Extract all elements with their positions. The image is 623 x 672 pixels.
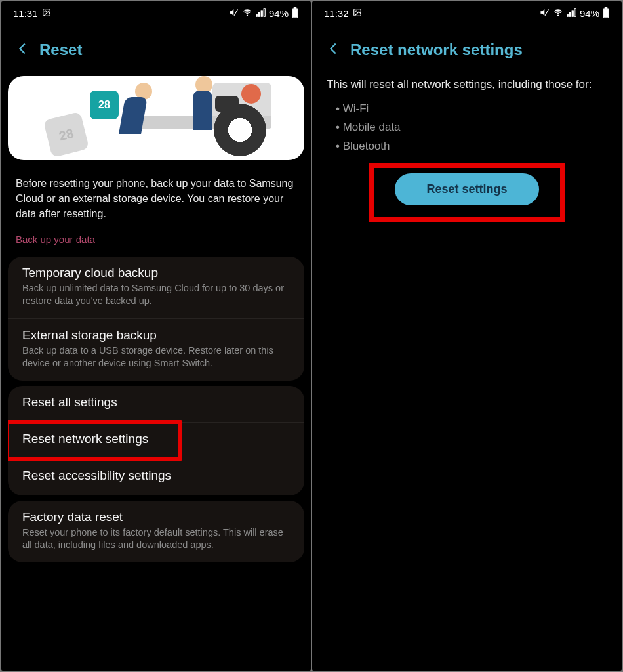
mute-icon bbox=[539, 8, 550, 19]
svg-rect-10 bbox=[292, 9, 297, 17]
svg-rect-21 bbox=[603, 9, 608, 17]
svg-rect-17 bbox=[572, 10, 573, 16]
bullet-wifi: Wi-Fi bbox=[336, 100, 607, 119]
bullet-bluetooth: Bluetooth bbox=[336, 137, 607, 156]
signal-icon bbox=[567, 8, 577, 19]
svg-rect-6 bbox=[261, 10, 262, 16]
external-backup-item[interactable]: External storage backup Back up data to … bbox=[8, 318, 304, 381]
screenshot-icon bbox=[353, 8, 362, 19]
back-icon[interactable] bbox=[16, 41, 30, 58]
phone-right: 11:32 94% Reset network settings This wi… bbox=[312, 1, 622, 671]
item-title: Factory data reset bbox=[22, 510, 290, 524]
svg-rect-5 bbox=[258, 12, 260, 16]
item-title: Reset all settings bbox=[22, 395, 290, 410]
status-time: 11:31 bbox=[13, 8, 38, 19]
page-title: Reset bbox=[39, 41, 82, 59]
wifi-icon bbox=[241, 8, 253, 19]
svg-rect-16 bbox=[569, 12, 571, 16]
battery-icon bbox=[602, 7, 610, 20]
app-bar: Reset network settings bbox=[312, 25, 622, 76]
battery-icon bbox=[291, 7, 299, 20]
bullet-mobile-data: Mobile data bbox=[336, 118, 607, 137]
battery-percent: 94% bbox=[580, 8, 599, 19]
app-bar: Reset bbox=[1, 25, 311, 76]
svg-line-13 bbox=[545, 9, 548, 15]
item-subtitle: Back up unlimited data to Samsung Cloud … bbox=[22, 282, 290, 308]
status-bar: 11:31 94% bbox=[1, 1, 311, 25]
screenshot-icon bbox=[42, 8, 51, 19]
reset-all-settings-item[interactable]: Reset all settings bbox=[8, 386, 304, 422]
description-text: This will reset all network settings, in… bbox=[312, 76, 622, 97]
item-title: Reset network settings bbox=[22, 432, 290, 446]
reset-network-settings-item[interactable]: Reset network settings bbox=[8, 422, 304, 459]
battery-percent: 94% bbox=[269, 8, 289, 19]
reset-accessibility-settings-item[interactable]: Reset accessibility settings bbox=[8, 459, 304, 495]
hero-illustration: 28 28 bbox=[8, 76, 304, 160]
svg-point-14 bbox=[557, 15, 558, 16]
item-title: External storage backup bbox=[22, 328, 290, 343]
item-title: Reset accessibility settings bbox=[22, 469, 290, 483]
intro-text: Before resetting your phone, back up you… bbox=[1, 160, 311, 228]
signal-icon bbox=[256, 8, 266, 19]
svg-rect-18 bbox=[574, 8, 576, 16]
section-label: Back up your data bbox=[1, 228, 311, 251]
mute-icon bbox=[228, 8, 239, 19]
svg-rect-15 bbox=[567, 14, 568, 16]
factory-data-reset-item[interactable]: Factory data reset Reset your phone to i… bbox=[8, 501, 304, 562]
item-subtitle: Back up data to a USB storage device. Re… bbox=[22, 345, 290, 370]
phone-left: 11:31 94% Reset bbox=[1, 1, 311, 671]
svg-rect-4 bbox=[256, 14, 257, 16]
status-bar: 11:32 94% bbox=[312, 1, 622, 25]
factory-reset-card: Factory data reset Reset your phone to i… bbox=[8, 501, 304, 562]
svg-point-1 bbox=[45, 10, 46, 12]
svg-rect-7 bbox=[264, 8, 265, 16]
reset-card: Reset all settings Reset network setting… bbox=[8, 386, 304, 495]
wifi-icon bbox=[552, 8, 564, 19]
svg-line-2 bbox=[234, 9, 237, 15]
page-title: Reset network settings bbox=[350, 41, 523, 59]
backup-card: Temporary cloud backup Back up unlimited… bbox=[8, 257, 304, 381]
bullet-list: Wi-Fi Mobile data Bluetooth bbox=[312, 97, 622, 159]
item-subtitle: Reset your phone to its factory default … bbox=[22, 526, 290, 552]
svg-point-12 bbox=[355, 10, 357, 12]
calendar-gray-icon: 28 bbox=[43, 112, 89, 158]
svg-point-3 bbox=[247, 15, 247, 16]
reset-settings-button[interactable]: Reset settings bbox=[395, 173, 538, 205]
back-icon[interactable] bbox=[327, 41, 341, 58]
calendar-teal-icon: 28 bbox=[90, 91, 119, 119]
item-title: Temporary cloud backup bbox=[22, 266, 290, 280]
cloud-backup-item[interactable]: Temporary cloud backup Back up unlimited… bbox=[8, 257, 304, 318]
status-time: 11:32 bbox=[324, 8, 349, 19]
